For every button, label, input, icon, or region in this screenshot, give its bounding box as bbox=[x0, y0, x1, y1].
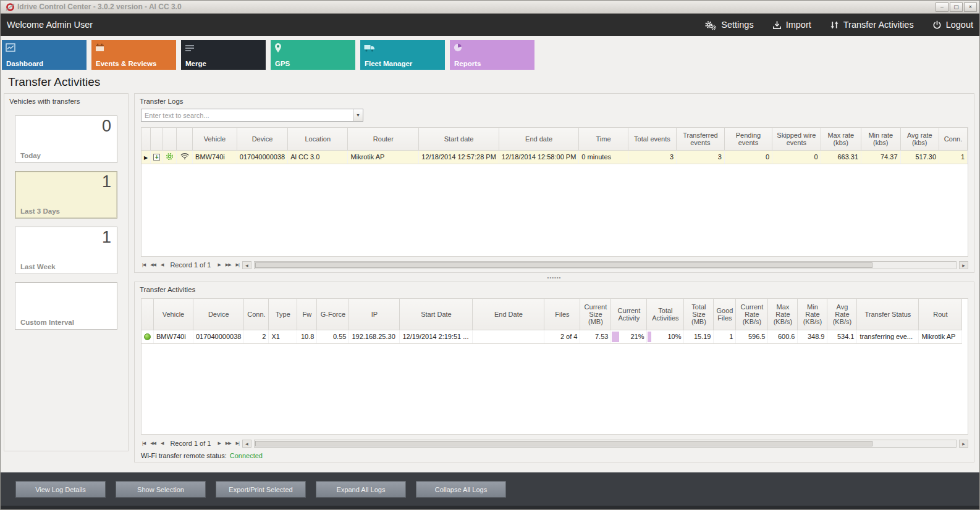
next-page-button[interactable]: ▶ bbox=[216, 262, 222, 267]
column-header-avg-rate-kbs[interactable]: Avg rate (kbs) bbox=[900, 128, 939, 150]
column-header-max-rate-kbs[interactable]: Max rate (kbs) bbox=[821, 128, 861, 150]
search-combo[interactable]: ▼ bbox=[141, 109, 363, 122]
column-header-avg-rate-kb-s[interactable]: Avg Rate (KB/s) bbox=[827, 299, 857, 330]
window-titlebar[interactable]: Idrive Control Center - 3.0.2 version - … bbox=[1, 1, 979, 14]
cell-vehicle: BMW740i bbox=[193, 150, 237, 164]
column-header-min-rate-kbs[interactable]: Min rate (kbs) bbox=[861, 128, 900, 150]
horizontal-scrollbar[interactable] bbox=[254, 261, 957, 269]
wifi-status-value: Connected bbox=[230, 452, 263, 459]
show-selection-button[interactable]: Show Selection bbox=[116, 481, 206, 498]
column-header-current-size-mb[interactable]: Current Size (MB) bbox=[580, 299, 611, 330]
nav-tile-merge[interactable]: Merge bbox=[181, 40, 266, 70]
scrollbar-thumb[interactable] bbox=[255, 262, 872, 268]
column-header-g-force[interactable]: G-Force bbox=[317, 299, 349, 330]
column-header-skipped-wire-events[interactable]: Skipped wire events bbox=[772, 128, 821, 150]
filter-card-today[interactable]: 0 Today bbox=[15, 115, 117, 163]
column-header-transferred-events[interactable]: Transferred events bbox=[677, 128, 725, 150]
prev-group-button[interactable]: ◀◀ bbox=[148, 441, 158, 446]
column-header-min-rate-kb-s[interactable]: Min Rate (KB/s) bbox=[798, 299, 827, 330]
nav-tile-events-reviews[interactable]: Events & Reviews bbox=[91, 40, 176, 70]
maximize-button[interactable]: ▢ bbox=[950, 2, 963, 12]
expand-all-logs-button[interactable]: Expand All Logs bbox=[316, 481, 406, 498]
transfer-activities-button[interactable]: Transfer Activities bbox=[830, 20, 914, 30]
column-header-max-rate-kb-s[interactable]: Max Rate (KB/s) bbox=[768, 299, 798, 330]
column-header-device[interactable]: Device bbox=[237, 128, 287, 150]
expand-row-button[interactable]: + bbox=[151, 150, 163, 164]
transfer-activities-panel: Transfer Activities VehicleDeviceConn.Ty… bbox=[134, 282, 974, 462]
cell-ip: 192.168.25.30 bbox=[349, 330, 400, 343]
main-area: Transfer Logs ▼ VehicleDeviceLocationRou… bbox=[134, 93, 974, 462]
scroll-right-button[interactable]: ▶ bbox=[959, 261, 968, 269]
scroll-left-button[interactable]: ◀ bbox=[242, 440, 251, 448]
column-header-fw[interactable]: Fw bbox=[297, 299, 317, 330]
last-page-button[interactable]: ▶| bbox=[234, 441, 241, 446]
next-group-button[interactable]: ▶▶ bbox=[224, 262, 233, 267]
search-input[interactable] bbox=[142, 109, 353, 121]
wifi-status-label: Wi-Fi transfer remote status: bbox=[141, 452, 227, 459]
column-header-rout[interactable]: Rout bbox=[919, 299, 962, 330]
close-button[interactable]: × bbox=[964, 2, 977, 12]
prev-group-button[interactable]: ◀◀ bbox=[148, 262, 158, 267]
column-header-end-date[interactable]: End date bbox=[499, 128, 578, 150]
panel-splitter[interactable]: •••••• bbox=[134, 273, 974, 282]
cell-vehicle: BMW740i bbox=[154, 330, 193, 343]
collapse-all-logs-button[interactable]: Collapse All Logs bbox=[416, 481, 506, 498]
column-header-type[interactable]: Type bbox=[269, 299, 297, 330]
column-header-files[interactable]: Files bbox=[544, 299, 580, 330]
filter-card-last-3-days[interactable]: 1 Last 3 Days bbox=[15, 171, 117, 219]
dropdown-arrow-icon[interactable]: ▼ bbox=[353, 109, 363, 121]
nav-tile-reports[interactable]: Reports bbox=[450, 40, 534, 70]
nav-tile-fleet-manager[interactable]: Fleet Manager bbox=[360, 40, 445, 70]
column-header-pending-events[interactable]: Pending events bbox=[724, 128, 772, 150]
column-header-good-files[interactable]: Good Files bbox=[714, 299, 736, 330]
connection-status-icon bbox=[142, 330, 154, 343]
nav-tile-gps[interactable]: GPS bbox=[271, 40, 355, 70]
column-header-total-activities[interactable]: Total Activities bbox=[647, 299, 684, 330]
import-button[interactable]: Import bbox=[772, 20, 811, 30]
column-header-ip[interactable]: IP bbox=[349, 299, 400, 330]
table-row[interactable]: ▶+BMW740i017040000038Al CC 3.0Mikrotik A… bbox=[142, 150, 968, 164]
column-header-start-date[interactable]: Start date bbox=[419, 128, 499, 150]
cell-avg-rate-kbs: 517.30 bbox=[900, 150, 939, 164]
export-print-selected-button[interactable]: Export/Print Selected bbox=[216, 481, 306, 498]
column-header-conn[interactable]: Conn. bbox=[244, 299, 269, 330]
column-header-current-activity[interactable]: Current Activity bbox=[611, 299, 647, 330]
scroll-right-button[interactable]: ▶ bbox=[959, 440, 968, 448]
wifi-status-line: Wi-Fi transfer remote status: Connected bbox=[141, 452, 263, 459]
column-header-end-date[interactable]: End Date bbox=[473, 299, 544, 330]
scroll-left-button[interactable]: ◀ bbox=[242, 261, 251, 269]
column-header-device[interactable]: Device bbox=[193, 299, 244, 330]
column-header-transfer-status[interactable]: Transfer Status bbox=[857, 299, 919, 330]
column-header-start-date[interactable]: Start Date bbox=[400, 299, 473, 330]
column-header-total-size-mb[interactable]: Total Size (MB) bbox=[684, 299, 714, 330]
nav-tile-dashboard[interactable]: Dashboard bbox=[2, 40, 87, 70]
view-log-details-button[interactable]: View Log Details bbox=[15, 481, 106, 498]
column-header-conn[interactable]: Conn. bbox=[939, 128, 968, 150]
settings-button[interactable]: Settings bbox=[704, 20, 753, 30]
column-header-location[interactable]: Location bbox=[288, 128, 348, 150]
logout-button[interactable]: Logout bbox=[932, 20, 973, 30]
column-header-time[interactable]: Time bbox=[579, 128, 628, 150]
horizontal-scrollbar[interactable] bbox=[254, 440, 957, 448]
first-page-button[interactable]: |◀ bbox=[140, 441, 147, 446]
prev-page-button[interactable]: ◀ bbox=[159, 262, 165, 267]
column-header-router[interactable]: Router bbox=[348, 128, 419, 150]
footer-toolbar: View Log Details Show Selection Export/P… bbox=[1, 472, 979, 506]
column-header-vehicle[interactable]: Vehicle bbox=[154, 299, 193, 330]
column-header-total-events[interactable]: Total events bbox=[628, 128, 676, 150]
cell-total-events: 3 bbox=[628, 150, 676, 164]
prev-page-button[interactable]: ◀ bbox=[159, 441, 165, 446]
next-page-button[interactable]: ▶ bbox=[216, 441, 222, 446]
scrollbar-thumb[interactable] bbox=[255, 441, 872, 446]
filter-card-custom-interval[interactable]: Custom Interval bbox=[15, 282, 117, 330]
table-row[interactable]: BMW740i0170400000382X110.80.55192.168.25… bbox=[142, 330, 962, 343]
filter-card-last-week[interactable]: 1 Last Week bbox=[15, 227, 117, 274]
first-page-button[interactable]: |◀ bbox=[140, 262, 147, 267]
column-header-current-rate-kb-s[interactable]: Current Rate (KB/s) bbox=[736, 299, 768, 330]
connection-status-icon-header-cell bbox=[142, 299, 154, 330]
import-label: Import bbox=[786, 20, 811, 30]
next-group-button[interactable]: ▶▶ bbox=[224, 441, 233, 446]
minimize-button[interactable]: – bbox=[936, 2, 948, 12]
last-page-button[interactable]: ▶| bbox=[234, 262, 241, 267]
column-header-vehicle[interactable]: Vehicle bbox=[193, 128, 237, 150]
